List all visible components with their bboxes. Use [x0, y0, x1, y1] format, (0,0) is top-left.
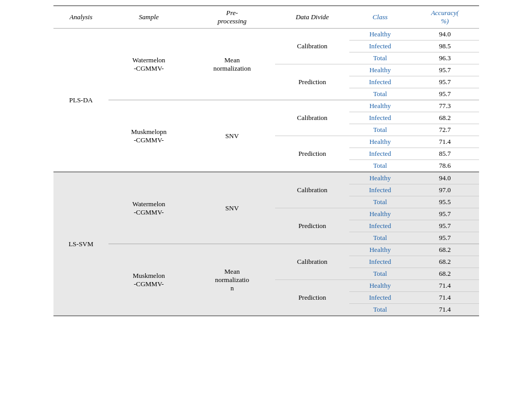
data-divide-cell: Calibration [275, 172, 349, 208]
data-divide-cell: Prediction [275, 64, 349, 100]
accuracy-cell: 95.7 [411, 208, 479, 220]
accuracy-cell: 94.0 [411, 29, 479, 41]
header-preprocessing: Pre-processing [189, 6, 275, 29]
class-cell: Infected [349, 112, 411, 124]
data-divide-cell: Calibration [275, 100, 349, 136]
class-cell: Infected [349, 292, 411, 304]
class-cell: Healthy [349, 64, 411, 76]
accuracy-cell: 68.2 [411, 244, 479, 256]
class-cell: Infected [349, 76, 411, 88]
table-container: Analysis Sample Pre-processing Data Divi… [53, 5, 479, 316]
analysis-cell: PLS-DA [53, 29, 109, 172]
header-accuracy: Accuracy(%) [411, 6, 479, 29]
class-cell: Total [349, 232, 411, 244]
class-cell: Total [349, 196, 411, 208]
class-cell: Healthy [349, 100, 411, 112]
class-cell: Healthy [349, 136, 411, 148]
class-cell: Infected [349, 220, 411, 232]
accuracy-cell: 98.5 [411, 41, 479, 52]
accuracy-cell: 95.7 [411, 76, 479, 88]
preprocessing-cell: SNV [189, 172, 275, 244]
sample-cell: Watermelon-CGMMV- [108, 172, 188, 244]
data-divide-cell: Prediction [275, 136, 349, 172]
accuracy-cell: 71.4 [411, 280, 479, 292]
preprocessing-cell: Meannormalization [189, 29, 275, 100]
class-cell: Infected [349, 148, 411, 160]
class-cell: Total [349, 304, 411, 316]
data-divide-cell: Prediction [275, 208, 349, 244]
accuracy-cell: 68.2 [411, 256, 479, 268]
class-cell: Infected [349, 184, 411, 196]
accuracy-cell: 72.7 [411, 124, 479, 136]
class-cell: Healthy [349, 172, 411, 184]
class-cell: Total [349, 124, 411, 136]
sample-cell: Watermelon-CGMMV- [108, 29, 188, 100]
class-cell: Healthy [349, 208, 411, 220]
header-class: Class [349, 6, 411, 29]
preprocessing-cell: SNV [189, 100, 275, 172]
header-analysis: Analysis [53, 6, 109, 29]
accuracy-cell: 77.3 [411, 100, 479, 112]
accuracy-cell: 94.0 [411, 172, 479, 184]
accuracy-cell: 78.6 [411, 160, 479, 172]
data-divide-cell: Calibration [275, 244, 349, 280]
class-cell: Healthy [349, 280, 411, 292]
header-sample: Sample [108, 6, 188, 29]
accuracy-cell: 95.7 [411, 88, 479, 100]
data-table: Analysis Sample Pre-processing Data Divi… [53, 5, 479, 316]
class-cell: Total [349, 52, 411, 64]
accuracy-cell: 71.4 [411, 136, 479, 148]
accuracy-cell: 95.7 [411, 64, 479, 76]
sample-cell: Muskmelopn-CGMMV- [108, 100, 188, 172]
data-divide-cell: Prediction [275, 280, 349, 316]
sample-cell: Muskmelon-CGMMV- [108, 244, 188, 316]
accuracy-cell: 95.5 [411, 196, 479, 208]
header-row: Analysis Sample Pre-processing Data Divi… [53, 6, 479, 29]
class-cell: Infected [349, 41, 411, 52]
preprocessing-cell: Meannormalization [189, 244, 275, 316]
class-cell: Healthy [349, 244, 411, 256]
accuracy-cell: 68.2 [411, 112, 479, 124]
data-divide-cell: Calibration [275, 29, 349, 64]
class-cell: Healthy [349, 29, 411, 41]
class-cell: Infected [349, 256, 411, 268]
accuracy-cell: 71.4 [411, 292, 479, 304]
class-cell: Total [349, 88, 411, 100]
class-cell: Total [349, 268, 411, 280]
accuracy-cell: 71.4 [411, 304, 479, 316]
accuracy-cell: 95.7 [411, 220, 479, 232]
header-data-divide: Data Divide [275, 6, 349, 29]
accuracy-cell: 97.0 [411, 184, 479, 196]
analysis-cell: LS-SVM [53, 172, 109, 316]
class-cell: Total [349, 160, 411, 172]
accuracy-cell: 95.7 [411, 232, 479, 244]
accuracy-cell: 96.3 [411, 52, 479, 64]
accuracy-cell: 68.2 [411, 268, 479, 280]
accuracy-cell: 85.7 [411, 148, 479, 160]
